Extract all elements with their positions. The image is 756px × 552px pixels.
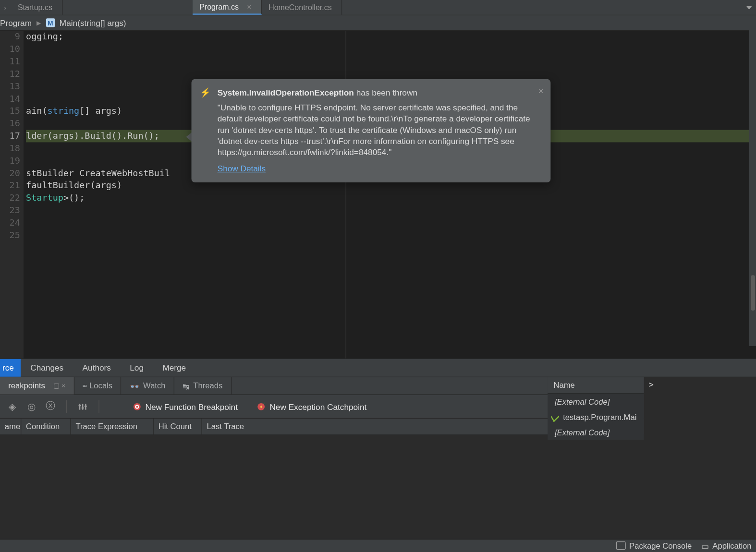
clear-icon[interactable]: ⓧ	[44, 400, 57, 413]
panel-breakpoints[interactable]: reakpoints ▢×	[0, 377, 74, 395]
new-exception-catchpoint-button[interactable]: New Exception Catchpoint	[256, 402, 366, 411]
svg-rect-1	[82, 404, 83, 409]
grid-icon: ▫▫	[83, 382, 86, 390]
exception-message: "Unable to configure HTTPS endpoint. No …	[218, 102, 540, 158]
tab-source[interactable]: rce	[0, 359, 21, 377]
tab-changes[interactable]: Changes	[21, 359, 73, 377]
tab-overflow-button[interactable]	[745, 0, 753, 15]
panel-watch[interactable]: 👓 Watch	[122, 377, 174, 395]
vcs-tab-strip: rce Changes Authors Log Merge	[0, 359, 756, 377]
tab-program[interactable]: Program.cs ×	[192, 0, 261, 15]
application-output-button[interactable]: ▭ Application	[701, 541, 752, 551]
breadcrumb: Program ▶ M Main(string[] args)	[0, 15, 756, 31]
settings-icon[interactable]	[76, 400, 89, 413]
stack-frame[interactable]: [External Code]	[548, 394, 644, 409]
chevron-right-icon: ▶	[37, 20, 41, 26]
col-hit-count[interactable]: Hit Count	[154, 419, 202, 434]
code-editor[interactable]: 9101112 13141516 17181920 2122232425 ogg…	[0, 31, 756, 359]
svg-rect-3	[79, 405, 81, 406]
editor-tab-bar: › Startup.cs Program.cs × HomeController…	[0, 0, 756, 15]
tab-log[interactable]: Log	[121, 359, 153, 377]
stack-icon	[618, 542, 626, 550]
col-trace-expression[interactable]: Trace Expression	[71, 419, 154, 434]
tab-label: HomeController.cs	[268, 3, 332, 12]
svg-point-8	[136, 406, 138, 408]
bolt-target-icon	[256, 402, 266, 411]
tab-authors[interactable]: Authors	[73, 359, 121, 377]
line-number-gutter: 9101112 13141516 17181920 2122232425	[0, 31, 24, 359]
panel-label: reakpoints	[8, 382, 45, 390]
terminal-icon: ▭	[701, 541, 709, 551]
lightning-icon: ⚡	[200, 87, 211, 98]
exception-title: System.InvalidOperationException has bee…	[218, 87, 540, 98]
col-condition[interactable]: Condition	[21, 419, 71, 434]
svg-rect-0	[79, 404, 80, 409]
stack-frame-current[interactable]: testasp.Program.Mai	[548, 409, 644, 424]
show-details-link[interactable]: Show Details	[218, 163, 266, 174]
new-function-breakpoint-button[interactable]: New Function Breakpoint	[133, 402, 238, 411]
tag-icon[interactable]: ◈	[6, 400, 19, 413]
close-icon[interactable]: ×	[247, 2, 251, 11]
method-badge-icon: M	[46, 18, 55, 27]
threads-icon: ↹	[183, 381, 190, 391]
callstack-header[interactable]: Name	[548, 377, 644, 394]
panel-locals[interactable]: ▫▫ Locals	[74, 377, 122, 395]
breadcrumb-item[interactable]: Program	[0, 18, 32, 28]
tab-scroll-arrow-icon[interactable]: ›	[0, 0, 11, 15]
breadcrumb-item[interactable]: Main(string[] args)	[60, 18, 126, 28]
status-label: Package Console	[629, 541, 692, 550]
glasses-icon: 👓	[130, 381, 140, 391]
immediate-pane[interactable]: >	[644, 377, 756, 495]
col-name[interactable]: ame	[0, 419, 21, 434]
svg-rect-4	[82, 407, 84, 408]
panel-label: Threads	[193, 382, 222, 390]
svg-rect-5	[85, 405, 87, 406]
status-label: Application	[712, 541, 751, 550]
panel-label: Watch	[143, 382, 165, 390]
tab-startup[interactable]: Startup.cs	[11, 0, 62, 15]
tab-label: Program.cs	[199, 2, 239, 11]
close-icon[interactable]: ×	[538, 85, 544, 96]
panel-label: Locals	[89, 382, 112, 390]
button-label: New Exception Catchpoint	[269, 402, 366, 411]
callstack-pane: Name [External Code] testasp.Program.Mai…	[548, 377, 644, 440]
exception-popup: ⚡ × System.InvalidOperationException has…	[192, 79, 551, 182]
tab-label: Startup.cs	[18, 3, 52, 12]
tab-homecontroller[interactable]: HomeController.cs	[261, 0, 341, 15]
tab-merge[interactable]: Merge	[153, 359, 195, 377]
code-line: Startup>();	[26, 192, 756, 204]
status-bar: Package Console ▭ Application	[0, 539, 756, 552]
immediate-prompt: >	[649, 380, 654, 389]
editor-scrollbar[interactable]	[749, 15, 756, 346]
package-console-button[interactable]: Package Console	[618, 541, 692, 550]
spiral-icon[interactable]: ◎	[25, 400, 38, 413]
scrollbar-thumb[interactable]	[751, 275, 755, 311]
stack-frame[interactable]: [External Code]	[548, 424, 644, 440]
close-icon[interactable]: ×	[61, 382, 65, 390]
button-label: New Function Breakpoint	[146, 402, 238, 411]
target-icon	[133, 402, 142, 411]
code-line: ogging;	[26, 31, 756, 43]
detach-icon[interactable]: ▢	[53, 382, 59, 390]
panel-threads[interactable]: ↹ Threads	[174, 377, 232, 395]
